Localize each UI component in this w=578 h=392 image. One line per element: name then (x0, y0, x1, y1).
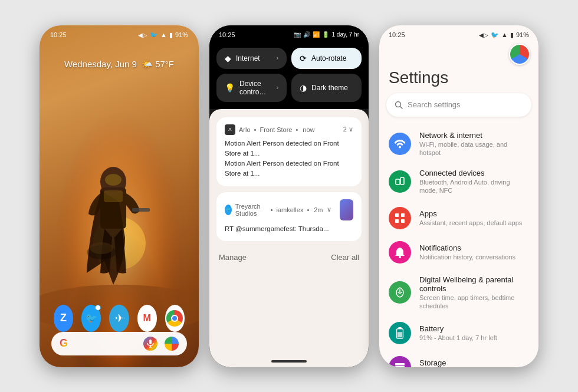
settings-item-apps[interactable]: Apps Assistant, recent apps, default app… (379, 201, 538, 235)
settings-list: Network & internet Wi-Fi, mobile, data u… (379, 125, 538, 367)
network-text: Network & internet Wi-Fi, mobile, data u… (419, 131, 529, 157)
svg-rect-29 (395, 363, 405, 365)
settings-item-wellbeing[interactable]: Digital Wellbeing & parental controls Sc… (379, 269, 538, 317)
phone1-battery-icon: ▮ (169, 31, 173, 39)
settings-item-battery[interactable]: Battery 91% - About 1 day, 7 hr left (379, 316, 538, 350)
svg-point-8 (87, 245, 116, 259)
settings-item-network[interactable]: Network & internet Wi-Fi, mobile, data u… (379, 125, 538, 163)
dock-twitter-icon[interactable]: 🐦 (81, 305, 101, 332)
network-title: Network & internet (419, 131, 529, 140)
phone2-wifi-icon: 📶 (313, 31, 320, 38)
tile-internet[interactable]: ◆ Internet › (216, 48, 287, 69)
tile-autorotate-icon: ⟳ (300, 54, 307, 63)
phone3-battery: ▮ (510, 31, 514, 39)
svg-rect-11 (149, 340, 152, 344)
svg-point-4 (100, 167, 126, 196)
notifications-subtitle: Notification history, conversations (419, 253, 529, 261)
google-lens-icon[interactable] (165, 337, 179, 351)
tile-device-controls[interactable]: 💡 Device contro… › (216, 74, 287, 102)
phone2-statusbar: 10:25 📷 🔊 📶 🔋 1 day, 7 hr (209, 25, 369, 43)
battery-icon (389, 322, 411, 344)
svg-rect-20 (395, 213, 399, 217)
phone1-date-weather: Wednesday, Jun 9 🌤️ 57°F (40, 59, 199, 70)
svg-rect-3 (100, 187, 126, 229)
arlo-notif-line2: Motion Alert Person detected on Front St… (225, 159, 353, 179)
twitter-badge (95, 305, 101, 311)
dock-chrome-icon[interactable]: Beta (165, 305, 185, 332)
phone1-dock: Z 🐦 ✈ M Beta (40, 305, 199, 332)
tile-dark-theme[interactable]: ◑ Dark theme (291, 74, 362, 102)
phone1-time: 10:25 (50, 31, 67, 38)
phone2-time: 10:25 (219, 31, 235, 38)
phone3-settings: 10:25 ◀▷ 🐦 ▲ ▮ 91% Settings Search setti… (379, 25, 538, 367)
dock-zoom-icon[interactable]: Z (54, 305, 73, 332)
manage-button[interactable]: Manage (219, 253, 247, 262)
phone1-google-search[interactable]: G (51, 332, 187, 355)
notif-arlo[interactable]: A Arlo • Front Store • now 2 ∨ Motion Al… (216, 117, 362, 186)
svg-line-15 (400, 106, 403, 108)
tile-device-icon: 💡 (225, 83, 235, 93)
settings-item-storage[interactable]: Storage 34% used · 84.15 GB free (379, 350, 538, 367)
dock-gmail-icon[interactable]: M (137, 305, 157, 332)
storage-text: Storage 34% used · 84.15 GB free (419, 358, 529, 367)
svg-point-24 (399, 256, 401, 258)
phone2-battery-time: 1 day, 7 hr (331, 31, 359, 38)
settings-title: Settings (379, 65, 538, 93)
phone1-homescreen: 10:25 ◀▷ 🐦 ▲ ▮ 91% Wednesday, Jun 9 🌤️ 5… (40, 25, 199, 367)
dock-telegram-icon[interactable]: ✈ (109, 305, 129, 332)
phone1-wifi-icon: ▲ (160, 31, 167, 38)
search-placeholder-text: Search settings (408, 100, 461, 109)
settings-item-connected[interactable]: Connected devices Bluetooth, Android Aut… (379, 163, 538, 201)
expand-icon: ∨ (349, 126, 353, 133)
apps-subtitle: Assistant, recent apps, default apps (419, 219, 529, 227)
arlo-store: Front Store (260, 126, 292, 133)
battery-subtitle: 91% - About 1 day, 7 hr left (419, 334, 529, 342)
phone2-cam-icon: 📷 (294, 31, 301, 38)
svg-rect-6 (132, 208, 150, 212)
tile-autorotate[interactable]: ⟳ Auto-rotate (291, 48, 362, 69)
google-mic-icon[interactable] (143, 337, 157, 351)
phone3-time: 10:25 (389, 31, 405, 38)
user-avatar[interactable] (509, 44, 530, 65)
network-subtitle: Wi-Fi, mobile, data usage, and hotspot (419, 140, 529, 157)
phone2-battery-icon: 🔋 (322, 31, 329, 38)
phone3-wifi: ▲ (501, 31, 508, 38)
home-bar[interactable] (271, 360, 307, 363)
settings-item-notifications[interactable]: Notifications Notification history, conv… (379, 235, 538, 269)
treyarch-handle: iamkellex (277, 206, 304, 213)
connected-text: Connected devices Bluetooth, Android Aut… (419, 169, 529, 195)
arlo-notif-line1: Motion Alert Person detected on Front St… (225, 139, 353, 159)
phone1-statusbar: 10:25 ◀▷ 🐦 ▲ ▮ 91% (40, 25, 199, 41)
notif-treyarch[interactable]: 🐦 Treyarch Studios • iamkellex • 2m ∨ RT… (216, 192, 362, 241)
settings-search-bar[interactable]: Search settings (386, 93, 531, 117)
treyarch-expand: ∨ (327, 206, 331, 213)
notifications-text: Notifications Notification history, conv… (419, 243, 529, 261)
svg-rect-27 (398, 327, 401, 329)
arlo-app-icon: A (225, 124, 235, 135)
clear-all-button[interactable]: Clear all (331, 253, 359, 262)
notifications-icon (389, 241, 411, 263)
treyarch-text: RT @summergamefest: Thursda... (225, 224, 353, 234)
treyarch-thumbnail (340, 199, 353, 220)
svg-rect-7 (104, 190, 123, 202)
google-g-logo: G (60, 337, 68, 350)
svg-rect-17 (396, 179, 400, 185)
treyarch-name: Treyarch Studios (235, 203, 267, 217)
quick-settings-tiles: ◆ Internet › ⟳ Auto-rotate 💡 Device cont… (209, 43, 369, 109)
wellbeing-text: Digital Wellbeing & parental controls Sc… (419, 275, 529, 311)
arlo-count: 2 ∨ (343, 126, 353, 133)
phone3-signal: ◀▷ (479, 32, 488, 38)
treyarch-time: 2m (314, 206, 323, 213)
network-icon (389, 133, 411, 155)
tile-autorotate-label: Auto-rotate (311, 54, 346, 62)
arlo-app-name: Arlo (239, 126, 251, 133)
wellbeing-icon (389, 281, 411, 304)
battery-title: Battery (419, 324, 529, 333)
tile-dark-icon: ◑ (300, 83, 307, 93)
apps-title: Apps (419, 209, 529, 218)
phone3-statusbar: 10:25 ◀▷ 🐦 ▲ ▮ 91% (379, 25, 538, 41)
arlo-time: now (303, 126, 314, 133)
wellbeing-title: Digital Wellbeing & parental controls (419, 275, 529, 293)
svg-point-9 (90, 242, 113, 254)
svg-rect-21 (401, 213, 405, 217)
